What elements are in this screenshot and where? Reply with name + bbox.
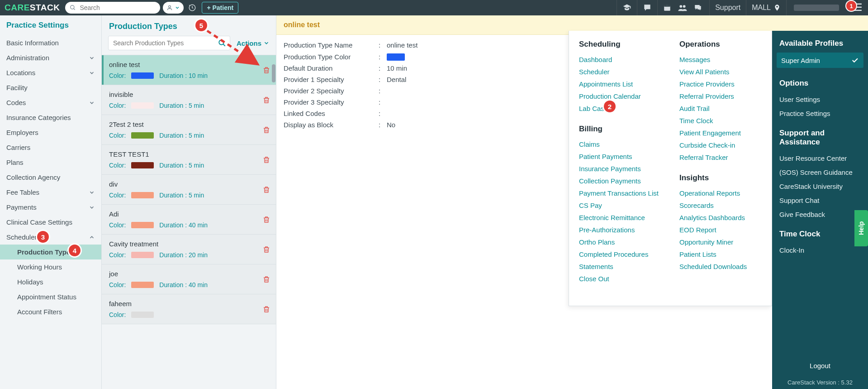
mega-link[interactable]: Completed Procedures bbox=[579, 248, 661, 260]
delete-icon[interactable] bbox=[262, 126, 270, 134]
mega-link[interactable]: Ortho Plans bbox=[579, 236, 661, 248]
sidebar-item[interactable]: Administration bbox=[0, 50, 101, 65]
sidebar-item[interactable]: Clinical Case Settings bbox=[0, 215, 101, 230]
delete-icon[interactable] bbox=[262, 66, 270, 74]
mega-link[interactable]: View All Patients bbox=[679, 66, 762, 78]
sidebar-subitem[interactable]: Production Types bbox=[0, 245, 101, 259]
location-selector[interactable]: MALL bbox=[746, 0, 786, 15]
delete-icon[interactable] bbox=[262, 156, 270, 164]
mega-link[interactable]: Referral Tracker bbox=[679, 151, 762, 163]
logout-button[interactable]: Logout bbox=[772, 355, 868, 376]
right-panel-option[interactable]: Practice Settings bbox=[772, 106, 868, 120]
mega-link[interactable]: Analytics Dashboards bbox=[679, 211, 762, 224]
production-type-row[interactable]: invisibleColor:Duration : 5 min bbox=[102, 85, 276, 115]
current-user[interactable] bbox=[786, 0, 848, 15]
mega-link[interactable]: Lab Cases bbox=[579, 102, 661, 115]
production-type-row[interactable]: AdiColor:Duration : 40 min bbox=[102, 205, 276, 235]
sidebar-item[interactable]: Codes bbox=[0, 95, 101, 110]
list-scroll[interactable]: online testColor:Duration : 10 mininvisi… bbox=[102, 55, 276, 389]
delete-icon[interactable] bbox=[262, 186, 270, 194]
mega-link[interactable]: Patient Lists bbox=[679, 248, 762, 260]
production-type-row[interactable]: 2Test 2 testColor:Duration : 5 min bbox=[102, 115, 276, 145]
mega-link[interactable]: Statements bbox=[579, 260, 661, 273]
chat-bubble-icon[interactable] bbox=[637, 0, 657, 15]
list-search[interactable] bbox=[108, 36, 230, 50]
sidebar-subitem[interactable]: Appointment Status bbox=[0, 289, 101, 304]
right-panel-option[interactable]: User Settings bbox=[772, 92, 868, 106]
mega-link[interactable]: Collection Payments bbox=[579, 175, 661, 187]
delete-icon[interactable] bbox=[262, 96, 270, 104]
mega-link[interactable]: Electronic Remittance bbox=[579, 211, 661, 224]
profile-selected[interactable]: Super Admin bbox=[777, 53, 863, 68]
mega-link[interactable]: Audit Trail bbox=[679, 102, 762, 115]
user-type-dropdown[interactable] bbox=[163, 2, 184, 14]
right-panel-support[interactable]: CareStack University bbox=[772, 179, 868, 193]
chat-icon[interactable] bbox=[694, 4, 702, 12]
mega-link[interactable]: Appointments List bbox=[579, 78, 661, 90]
mega-link[interactable]: CS Pay bbox=[579, 199, 661, 211]
right-panel-support[interactable]: (SOS) Screen Guidance bbox=[772, 165, 868, 179]
mega-link[interactable]: EOD Report bbox=[679, 224, 762, 236]
sidebar-subitem[interactable]: Holidays bbox=[0, 274, 101, 289]
production-type-row[interactable]: divColor:Duration : 5 min bbox=[102, 175, 276, 205]
production-type-row[interactable]: TEST TEST1Color:Duration : 5 min bbox=[102, 145, 276, 175]
mega-link[interactable]: Payment Transactions List bbox=[579, 187, 661, 199]
delete-icon[interactable] bbox=[262, 275, 270, 283]
sidebar-item[interactable]: Employers bbox=[0, 125, 101, 140]
delete-icon[interactable] bbox=[262, 245, 270, 254]
sidebar-item[interactable]: Scheduler bbox=[0, 230, 101, 245]
production-type-row[interactable]: online testColor:Duration : 10 min bbox=[102, 55, 276, 85]
mega-link[interactable]: Insurance Payments bbox=[579, 163, 661, 175]
global-search-input[interactable] bbox=[79, 4, 160, 12]
mega-link[interactable]: Time Clock bbox=[679, 115, 762, 127]
mega-link[interactable]: Dashboard bbox=[579, 53, 661, 66]
sidebar-item[interactable]: Insurance Categories bbox=[0, 110, 101, 125]
sidebar-item[interactable]: Plans bbox=[0, 155, 101, 170]
people-icon[interactable] bbox=[678, 4, 688, 12]
mega-link[interactable]: Referral Providers bbox=[679, 90, 762, 102]
sidebar-subitem[interactable]: Working Hours bbox=[0, 259, 101, 274]
sidebar-item[interactable]: Payments bbox=[0, 200, 101, 215]
production-type-row[interactable]: faheemColor: bbox=[102, 294, 276, 324]
mega-link[interactable]: Practice Providers bbox=[679, 78, 762, 90]
mega-link[interactable]: Curbside Check-in bbox=[679, 139, 762, 151]
mega-link[interactable]: Close Out bbox=[579, 273, 661, 285]
calendar-people-chat-icon-group[interactable] bbox=[657, 0, 709, 15]
mega-link[interactable]: Scheduler bbox=[579, 66, 661, 78]
recent-icon[interactable] bbox=[188, 4, 196, 12]
mega-link[interactable]: Production Calendar bbox=[579, 90, 661, 102]
sidebar-item[interactable]: Locations bbox=[0, 65, 101, 80]
add-patient-button[interactable]: + Patient bbox=[202, 2, 238, 14]
graduation-icon[interactable] bbox=[617, 0, 637, 15]
mega-link[interactable]: Operational Reports bbox=[679, 187, 762, 199]
production-type-row[interactable]: joeColor:Duration : 40 min bbox=[102, 264, 276, 294]
right-panel-support[interactable]: Support Chat bbox=[772, 193, 868, 207]
help-tab[interactable]: Help bbox=[854, 210, 868, 246]
mega-link[interactable]: Messages bbox=[679, 53, 762, 66]
sidebar-subitem[interactable]: Account Filters bbox=[0, 304, 101, 319]
right-panel-timeclock[interactable]: Clock-In bbox=[772, 243, 868, 257]
mega-link[interactable]: Scheduled Downloads bbox=[679, 260, 762, 273]
support-link[interactable]: Support bbox=[709, 0, 746, 15]
mega-link[interactable]: Scorecards bbox=[679, 199, 762, 211]
delete-icon[interactable] bbox=[262, 216, 270, 224]
mega-link[interactable]: Patient Payments bbox=[579, 150, 661, 163]
right-panel-support[interactable]: Give Feedback bbox=[772, 207, 868, 221]
global-search[interactable] bbox=[65, 2, 160, 14]
sidebar-item[interactable]: Collection Agency bbox=[0, 170, 101, 185]
sidebar-item[interactable]: Basic Information bbox=[0, 35, 101, 50]
mega-link[interactable]: Opportunity Miner bbox=[679, 236, 762, 248]
production-type-row[interactable]: Cavity treatmentColor:Duration : 20 min bbox=[102, 235, 276, 264]
actions-dropdown[interactable]: Actions bbox=[237, 39, 270, 47]
list-search-input[interactable] bbox=[112, 39, 218, 47]
right-panel-support[interactable]: User Resource Center bbox=[772, 151, 868, 165]
mega-link[interactable]: Pre-Authorizations bbox=[579, 224, 661, 236]
sidebar-item[interactable]: Carriers bbox=[0, 140, 101, 155]
sidebar-item[interactable]: Fee Tables bbox=[0, 185, 101, 200]
delete-icon[interactable] bbox=[262, 305, 270, 313]
sidebar-item[interactable]: Facility bbox=[0, 80, 101, 95]
mega-link[interactable]: Claims bbox=[579, 138, 661, 150]
calendar-icon[interactable] bbox=[663, 4, 671, 12]
scrollbar-thumb[interactable] bbox=[272, 64, 275, 82]
mega-link[interactable]: Patient Engagement bbox=[679, 127, 762, 139]
